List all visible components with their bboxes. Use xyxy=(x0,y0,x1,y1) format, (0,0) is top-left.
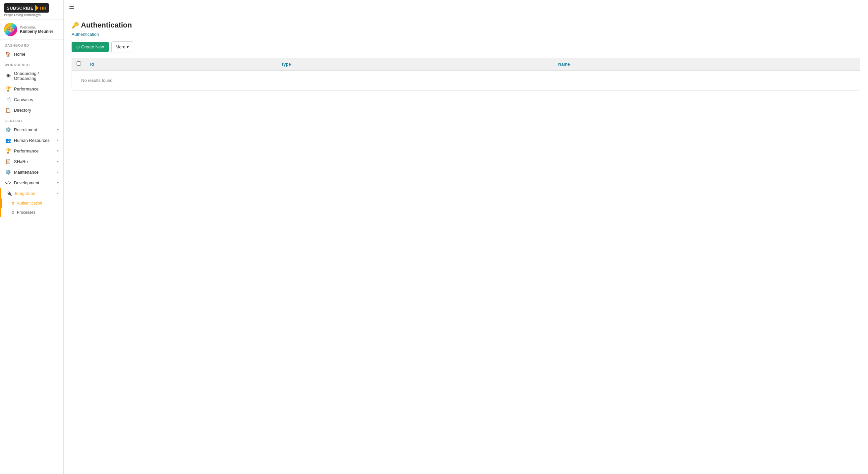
sidebar-item-directory[interactable]: 📋 Directory xyxy=(0,105,63,115)
hamburger-icon[interactable]: ☰ xyxy=(69,3,74,10)
page-title-icon: 🔑 xyxy=(71,22,79,29)
sidebar-item-home[interactable]: 🏠 Home xyxy=(0,49,63,59)
sidebar-subitem-authentication-label: Authentication xyxy=(17,201,42,206)
table-header-id[interactable]: Id xyxy=(86,58,276,70)
main-content: ☰ 🔑 Authentication Authentication ⊕ Crea… xyxy=(64,0,868,474)
sidebar-subitem-processes-label: Processes xyxy=(17,210,35,215)
user-name: Kimberly Meunier xyxy=(20,29,53,34)
table-header-checkbox xyxy=(72,58,86,70)
integration-chevron: ▾ xyxy=(57,192,59,195)
sidebar-item-recruitment-label: Recruitment xyxy=(14,127,57,132)
logo-hr-text: HR xyxy=(40,6,46,10)
more-label: More xyxy=(116,44,126,50)
development-chevron: ▾ xyxy=(57,181,59,185)
human-resources-chevron: ▾ xyxy=(57,138,59,142)
maintenance-icon: ⚙️ xyxy=(5,169,11,175)
select-all-checkbox[interactable] xyxy=(76,61,81,66)
sidebar-item-maintenance-label: Maintenance xyxy=(14,170,57,175)
create-new-icon: ⊕ xyxy=(76,44,80,50)
authentication-dot xyxy=(11,202,14,204)
more-button[interactable]: More ▾ xyxy=(111,41,133,52)
user-info: Welcome, Kimberly Meunier xyxy=(20,25,53,34)
share-chevron: ▾ xyxy=(57,160,59,163)
sidebar-subitem-authentication[interactable]: Authentication xyxy=(1,198,63,208)
content-area: 🔑 Authentication Authentication ⊕ Create… xyxy=(64,14,868,474)
table-header-row: Id Type Name xyxy=(72,58,860,70)
welcome-text: Welcome, xyxy=(20,25,53,29)
recruitment-chevron: ▾ xyxy=(57,128,59,132)
page-title-row: 🔑 Authentication xyxy=(71,21,860,30)
processes-dot xyxy=(11,211,14,214)
logo-arrow xyxy=(35,5,39,11)
directory-icon: 📋 xyxy=(5,107,11,113)
sidebar-item-development-label: Development xyxy=(14,180,57,185)
share-icon: 📋 xyxy=(5,159,11,164)
logo-area: SUBSCRIBE HR People Loving Technology® xyxy=(0,0,63,20)
sidebar-item-share[interactable]: 📋 SHaRe ▾ xyxy=(0,156,63,167)
toolbar: ⊕ Create New More ▾ xyxy=(71,41,860,52)
maintenance-chevron: ▾ xyxy=(57,170,59,174)
sidebar-subitem-processes[interactable]: Processes xyxy=(1,208,63,217)
sidebar-item-share-label: SHaRe xyxy=(14,159,57,164)
general-section-label: GENERAL xyxy=(0,115,63,124)
performance-chevron: ▾ xyxy=(57,149,59,153)
top-bar: ☰ xyxy=(64,0,868,14)
logo-subscribe-text: SUBSCRIBE xyxy=(7,6,33,10)
sidebar-item-onboarding[interactable]: 👁️ Onboarding / Offboarding xyxy=(0,68,63,84)
create-new-label: Create New xyxy=(81,44,104,50)
user-area: 🎨 Welcome, Kimberly Meunier xyxy=(0,20,63,40)
sidebar-item-performance[interactable]: 🏆 Performance ▾ xyxy=(0,146,63,156)
performance-wb-icon: 🏆 xyxy=(5,86,11,92)
sidebar-item-maintenance[interactable]: ⚙️ Maintenance ▾ xyxy=(0,167,63,177)
table-header-name[interactable]: Name xyxy=(554,58,860,70)
page-title: Authentication xyxy=(81,21,132,30)
sidebar-item-onboarding-label: Onboarding / Offboarding xyxy=(14,71,59,81)
logo-badge: SUBSCRIBE HR xyxy=(4,3,49,12)
sidebar-item-home-label: Home xyxy=(14,52,59,57)
sidebar-item-development[interactable]: </> Development ▾ xyxy=(0,177,63,188)
sidebar-item-canvases[interactable]: 📄 Canvases xyxy=(0,94,63,105)
home-icon: 🏠 xyxy=(5,52,11,57)
more-chevron-icon: ▾ xyxy=(127,44,129,50)
no-results-message: No results found xyxy=(76,74,855,87)
dashboard-section-label: DASHBOARD xyxy=(0,40,63,49)
sidebar-item-human-resources-label: Human Resources xyxy=(14,138,57,143)
integration-section: 🔌 Integration ▾ Authentication Processes xyxy=(0,188,63,217)
performance-icon: 🏆 xyxy=(5,148,11,154)
sidebar-item-performance-wb[interactable]: 🏆 Performance xyxy=(0,84,63,94)
logo-tagline: People Loving Technology® xyxy=(4,13,59,17)
breadcrumb-link[interactable]: Authentication xyxy=(71,32,99,37)
no-results-text: No results found xyxy=(72,70,860,90)
sidebar-item-performance-wb-label: Performance xyxy=(14,87,59,92)
avatar: 🎨 xyxy=(4,23,17,36)
sidebar-item-recruitment[interactable]: ⚙️ Recruitment ▾ xyxy=(0,124,63,135)
table-row-empty: No results found xyxy=(72,70,860,90)
canvases-icon: 📄 xyxy=(5,97,11,102)
sidebar-item-canvases-label: Canvases xyxy=(14,97,59,102)
integration-icon: 🔌 xyxy=(6,191,12,196)
sidebar: SUBSCRIBE HR People Loving Technology® 🎨… xyxy=(0,0,64,474)
onboarding-icon: 👁️ xyxy=(5,73,11,78)
table-container: Id Type Name No results found xyxy=(71,58,860,91)
sidebar-item-directory-label: Directory xyxy=(14,108,59,113)
recruitment-icon: ⚙️ xyxy=(5,127,11,132)
workbench-section-label: WORKBENCH xyxy=(0,59,63,68)
human-resources-icon: 👥 xyxy=(5,137,11,143)
create-new-button[interactable]: ⊕ Create New xyxy=(71,42,109,52)
sidebar-item-integration[interactable]: 🔌 Integration ▾ xyxy=(1,188,63,198)
sidebar-item-human-resources[interactable]: 👥 Human Resources ▾ xyxy=(0,135,63,146)
breadcrumb: Authentication xyxy=(71,31,860,37)
sidebar-item-performance-label: Performance xyxy=(14,149,57,154)
development-icon: </> xyxy=(5,180,11,185)
sidebar-item-integration-label: Integration xyxy=(15,191,57,196)
data-table: Id Type Name No results found xyxy=(72,58,860,90)
table-header-type[interactable]: Type xyxy=(276,58,554,70)
